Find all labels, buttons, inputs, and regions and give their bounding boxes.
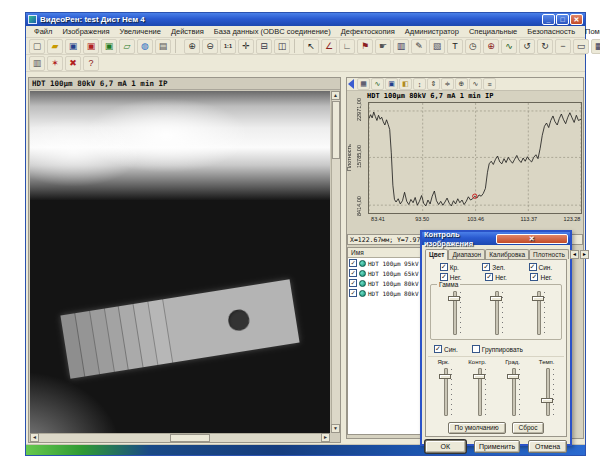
negative-check-icon[interactable]: ✓ <box>530 273 538 281</box>
save-green-icon[interactable]: ▣ <box>101 39 117 54</box>
save-profile-icon[interactable]: ▣ <box>385 78 398 90</box>
options-icon[interactable]: ≡ <box>483 78 496 90</box>
clock-icon[interactable]: ◷ <box>465 39 481 54</box>
fit-window-icon[interactable]: ✛ <box>238 39 254 54</box>
gamma-slider-2[interactable] <box>530 289 546 337</box>
menu-item-8[interactable]: Безопасность <box>522 27 580 36</box>
group-checkbox[interactable]: Группировать <box>472 345 523 353</box>
menu-item-2[interactable]: Увеличение <box>115 27 166 36</box>
apply-button[interactable]: Применить <box>474 440 521 453</box>
split-vertical-icon[interactable]: ◫ <box>274 39 290 54</box>
gamma-slider-1[interactable] <box>488 289 504 337</box>
open-folder-icon[interactable]: ▰ <box>47 39 63 54</box>
close-button[interactable]: ✕ <box>570 14 583 25</box>
sync-check-icon[interactable]: ✓ <box>434 345 442 353</box>
palette-icon[interactable]: ◧ <box>399 78 412 90</box>
maximize-button[interactable]: □ <box>556 14 569 25</box>
menu-item-6[interactable]: Администратор <box>400 27 464 36</box>
save-file-icon[interactable]: ▣ <box>65 39 81 54</box>
globe-icon[interactable]: ◍ <box>137 39 153 54</box>
tab-scroll-right-icon[interactable]: ► <box>580 250 589 259</box>
adjust-slider-thumb[interactable] <box>439 374 451 379</box>
adjust-slider-thumb[interactable] <box>541 398 553 403</box>
xray-image[interactable] <box>30 91 330 433</box>
crosshair-icon[interactable]: ⊕ <box>483 39 499 54</box>
channel-check-icon[interactable]: ✓ <box>482 263 490 271</box>
menu-item-7[interactable]: Специальные <box>464 27 522 36</box>
new-file-icon[interactable]: ▢ <box>29 39 45 54</box>
cursor-v-icon[interactable]: ↕ <box>413 78 426 90</box>
menu-item-5[interactable]: Дефектоскопия <box>336 27 400 36</box>
group-check-icon[interactable] <box>472 345 480 353</box>
gamma-slider-thumb[interactable] <box>490 296 502 301</box>
negative-checkbox-1[interactable]: ✓Нег. <box>485 273 507 281</box>
zoom-out-icon[interactable]: ⊖ <box>202 39 218 54</box>
negative-checkbox-2[interactable]: ✓Нег. <box>530 273 552 281</box>
scroll-right-icon[interactable]: ► <box>321 433 330 442</box>
help-icon[interactable]: ? <box>83 56 99 71</box>
channel-check-icon[interactable]: ✓ <box>440 263 448 271</box>
tab-диапазон[interactable]: Диапазон <box>448 249 485 259</box>
adjust-slider-0[interactable] <box>437 366 453 418</box>
adjust-slider-thumb[interactable] <box>473 374 485 379</box>
list-item-checkbox[interactable]: ✓ <box>349 279 357 287</box>
channel-checkbox-2[interactable]: ✓Син. <box>529 263 553 271</box>
measure-level-icon[interactable]: ∟ <box>339 39 355 54</box>
tab-цвет[interactable]: Цвет <box>425 249 448 260</box>
measure-angle-icon[interactable]: ∠ <box>321 39 337 54</box>
print-icon[interactable]: ▤ <box>155 39 171 54</box>
stamp-image-icon[interactable]: ▧ <box>429 39 445 54</box>
menu-item-0[interactable]: Файл <box>29 27 57 36</box>
list-item-checkbox[interactable]: ✓ <box>349 289 357 297</box>
panel-collapse-icon[interactable] <box>348 79 354 89</box>
scroll-left-icon[interactable]: ◄ <box>30 433 39 442</box>
grid-table-icon[interactable]: ▦ <box>591 39 600 54</box>
sync-checkbox[interactable]: ✓ Син. <box>434 345 458 353</box>
histogram-icon[interactable]: ▥ <box>393 39 409 54</box>
dialog-title-bar[interactable]: Контроль изображения ✕ <box>422 232 570 245</box>
frame-icon[interactable]: ▭ <box>573 39 589 54</box>
minimize-button[interactable]: _ <box>542 14 555 25</box>
negative-check-icon[interactable]: ✓ <box>440 273 448 281</box>
import-folder-icon[interactable]: ▱ <box>119 39 135 54</box>
tab-scroll-left-icon[interactable]: ◄ <box>570 250 579 259</box>
split-horizontal-icon[interactable]: ⊟ <box>256 39 272 54</box>
channel-checkbox-0[interactable]: ✓Кр. <box>440 263 459 271</box>
tools-red-icon[interactable]: ✶ <box>47 56 63 71</box>
list-item-checkbox[interactable]: ✓ <box>349 259 357 267</box>
markers-icon[interactable]: ≑ <box>441 78 454 90</box>
actual-size-icon[interactable]: 1:1 <box>220 39 236 54</box>
menu-item-3[interactable]: Действия <box>166 27 209 36</box>
text-tool-icon[interactable]: T <box>447 39 463 54</box>
title-bar[interactable]: ВидеоРен: test Дист Нем 4 _ □ ✕ <box>26 13 585 26</box>
gamma-slider-thumb[interactable] <box>532 296 544 301</box>
vertical-scroll-thumb[interactable] <box>332 101 340 159</box>
default-button[interactable]: По умолчанию <box>448 422 506 434</box>
image-horizontal-scrollbar[interactable]: ◄ ► <box>30 433 330 442</box>
zoom-in-icon[interactable]: ⊕ <box>184 39 200 54</box>
reset-button[interactable]: Сброс <box>512 422 545 434</box>
negative-checkbox-0[interactable]: ✓Нег. <box>440 273 462 281</box>
scroll-down-icon[interactable]: ▼ <box>331 424 340 433</box>
channel-checkbox-1[interactable]: ✓Зел. <box>482 263 505 271</box>
tab-калибровка[interactable]: Калибровка <box>485 249 529 259</box>
range-icon[interactable]: ⇕ <box>427 78 440 90</box>
profile-chart-icon[interactable]: ∿ <box>501 39 517 54</box>
menu-item-1[interactable]: Изображения <box>57 27 114 36</box>
adjust-slider-1[interactable] <box>471 366 487 418</box>
print-preview-icon[interactable]: ▥ <box>29 56 45 71</box>
cancel-button[interactable]: Отмена <box>528 440 567 453</box>
horizontal-scroll-thumb[interactable] <box>170 434 210 442</box>
pointer-icon[interactable]: ↖ <box>303 39 319 54</box>
ok-button[interactable]: ОК <box>425 440 466 453</box>
channel-check-icon[interactable]: ✓ <box>529 263 537 271</box>
scroll-up-icon[interactable]: ▲ <box>331 91 340 100</box>
delete-red-icon[interactable]: ✖ <box>65 56 81 71</box>
tab-плотность[interactable]: Плотность <box>529 249 569 259</box>
menu-item-4[interactable]: База данных (ODBC соединение) <box>209 27 336 36</box>
chart-view-icon[interactable]: ∿ <box>371 78 384 90</box>
plot-area[interactable] <box>368 102 582 214</box>
image-vertical-scrollbar[interactable]: ▲ ▼ <box>331 91 340 433</box>
zoom-profile-icon[interactable]: ⊕ <box>455 78 468 90</box>
menu-item-9[interactable]: Помощь <box>580 27 600 36</box>
